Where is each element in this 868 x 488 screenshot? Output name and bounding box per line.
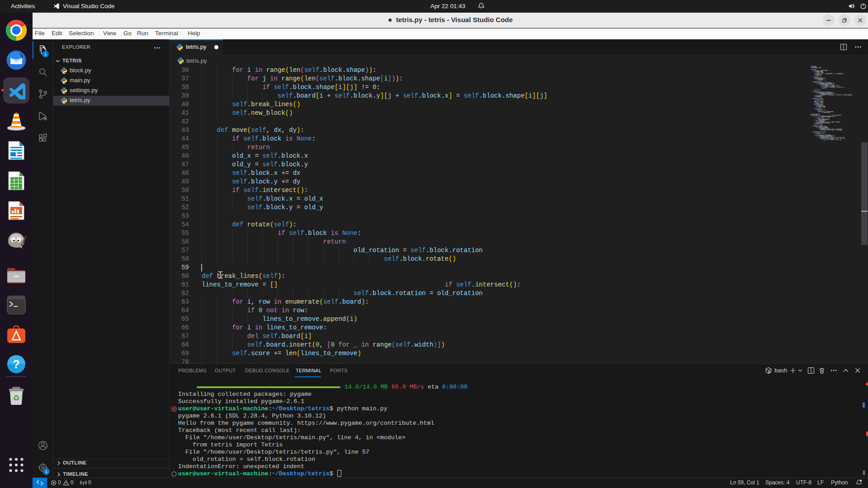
svg-text:♻: ♻: [13, 394, 19, 403]
svg-text:?: ?: [13, 357, 20, 371]
